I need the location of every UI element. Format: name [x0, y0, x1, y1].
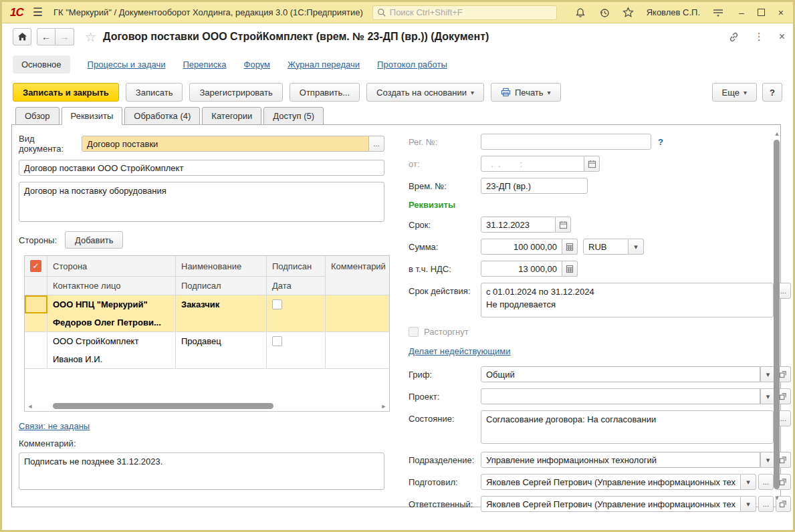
- col-header-signed[interactable]: Подписан: [267, 256, 326, 277]
- add-party-button[interactable]: Добавить: [65, 231, 123, 249]
- stamp-field[interactable]: Общий: [481, 366, 760, 382]
- cell-party[interactable]: ООО СтройКомплект: [47, 332, 176, 350]
- cell-comment[interactable]: [326, 332, 389, 350]
- scroll-right-icon[interactable]: ►: [380, 403, 388, 410]
- vertical-scrollbar-thumb[interactable]: [774, 140, 780, 489]
- invalidates-link[interactable]: Делает недействующими: [409, 346, 510, 356]
- create-from-button[interactable]: Создать на основании ▾: [366, 83, 484, 102]
- doc-name-field[interactable]: Договор поставки ООО СтройКомплект: [19, 160, 384, 176]
- cell-signed[interactable]: [267, 332, 326, 350]
- calendar-icon[interactable]: [556, 217, 571, 233]
- table-empty-area[interactable]: [25, 369, 389, 401]
- history-icon[interactable]: [598, 7, 610, 19]
- favorite-toggle-star-icon[interactable]: ☆: [85, 29, 96, 45]
- temp-number-field[interactable]: 23-ДП (вр.): [481, 178, 588, 194]
- cell-signed[interactable]: [267, 295, 326, 313]
- search-input[interactable]: [390, 7, 552, 17]
- responsible-select-button[interactable]: ...: [758, 496, 774, 512]
- cell-role[interactable]: Продавец: [176, 332, 267, 350]
- calculator-icon[interactable]: [562, 261, 578, 277]
- more-kebab-icon[interactable]: ⋮: [754, 31, 764, 43]
- cell-date[interactable]: [267, 313, 326, 332]
- table-row[interactable]: ООО СтройКомплект Продавец: [25, 332, 389, 350]
- horizontal-scrollbar-thumb[interactable]: [53, 403, 273, 409]
- close-window-button[interactable]: ×: [778, 8, 784, 17]
- currency-dropdown-button[interactable]: ▾: [629, 239, 644, 255]
- prepared-dropdown-button[interactable]: ▾: [741, 474, 756, 490]
- tab-requisites[interactable]: Реквизиты: [62, 107, 123, 125]
- table-row[interactable]: ООО НПЦ "Меркурий" Заказчик: [25, 295, 389, 313]
- vat-field[interactable]: 13 000,00: [481, 261, 562, 277]
- table-settings-icon[interactable]: ✓: [30, 260, 41, 272]
- nav-item-work-protocol[interactable]: Протокол работы: [377, 59, 447, 70]
- tab-processing[interactable]: Обработка (4): [124, 107, 200, 125]
- home-button[interactable]: [13, 28, 31, 45]
- cell-role[interactable]: Заказчик: [176, 295, 267, 313]
- cell-signer[interactable]: [176, 313, 267, 332]
- signed-checkbox[interactable]: [272, 336, 282, 346]
- nav-item-main[interactable]: Основное: [13, 55, 70, 74]
- col-header-contact[interactable]: Контактное лицо: [47, 277, 176, 295]
- tab-categories[interactable]: Категории: [202, 107, 261, 125]
- table-selector-cell[interactable]: ✓: [25, 256, 47, 277]
- cell-party[interactable]: ООО НПЦ "Меркурий": [47, 295, 176, 313]
- minimize-button[interactable]: –: [739, 8, 744, 17]
- responsible-dropdown-button[interactable]: ▾: [741, 496, 756, 512]
- doc-description-field[interactable]: Договор на поставку оборудования: [19, 182, 384, 222]
- scroll-left-icon[interactable]: ◄: [26, 403, 34, 410]
- main-menu-icon[interactable]: ☰: [33, 5, 43, 19]
- nav-item-forum[interactable]: Форум: [244, 59, 271, 70]
- close-form-icon[interactable]: ×: [779, 31, 785, 43]
- reg-number-field[interactable]: [481, 134, 651, 150]
- more-button[interactable]: Еще ▾: [712, 83, 757, 102]
- col-header-signer[interactable]: Подписал: [176, 277, 267, 295]
- table-row[interactable]: Федоров Олег Петрови...: [25, 313, 389, 332]
- cell-comment[interactable]: [326, 313, 389, 332]
- cell-signer[interactable]: [176, 350, 267, 369]
- favorites-star-icon[interactable]: [622, 7, 635, 19]
- col-header-party[interactable]: Сторона: [47, 256, 176, 277]
- tab-overview[interactable]: Обзор: [15, 107, 60, 125]
- amount-field[interactable]: 100 000,00: [481, 239, 562, 255]
- maximize-button[interactable]: [758, 9, 765, 16]
- table-row[interactable]: Иванов И.И.: [25, 350, 389, 369]
- state-field[interactable]: Согласование договора: На согласовании: [481, 410, 774, 444]
- cell-comment[interactable]: [326, 295, 389, 313]
- nav-item-processes[interactable]: Процессы и задачи: [88, 59, 166, 70]
- validity-field[interactable]: с 01.01.2024 по 31.12.2024 Не продлевает…: [481, 283, 774, 317]
- currency-field[interactable]: RUB: [583, 239, 629, 255]
- col-header-comment[interactable]: Комментарий: [326, 256, 389, 277]
- signed-checkbox[interactable]: [272, 299, 282, 309]
- vertical-scrollbar[interactable]: ▲ ▼: [772, 130, 782, 501]
- horizontal-scrollbar[interactable]: ◄ ►: [25, 401, 389, 411]
- doc-kind-field[interactable]: Договор поставки: [82, 136, 369, 152]
- send-button[interactable]: Отправить...: [290, 83, 360, 102]
- col-header-name[interactable]: Наименование: [176, 256, 267, 277]
- cell-contact[interactable]: Иванов И.И.: [47, 350, 176, 369]
- doc-kind-select-button[interactable]: ...: [369, 136, 384, 152]
- responsible-field[interactable]: Яковлев Сергей Петрович (Управление инфо…: [481, 496, 741, 512]
- service-menu-icon[interactable]: [712, 7, 724, 19]
- prepared-field[interactable]: Яковлев Сергей Петрович (Управление инфо…: [481, 474, 741, 490]
- forward-button[interactable]: →: [55, 28, 74, 45]
- calendar-icon[interactable]: [584, 156, 600, 172]
- project-field[interactable]: [481, 388, 760, 404]
- cell-contact[interactable]: Федоров Олег Петрови...: [47, 313, 176, 332]
- cell-comment[interactable]: [326, 350, 389, 369]
- nav-item-correspondence[interactable]: Переписка: [183, 59, 227, 70]
- current-user[interactable]: Яковлев С.П.: [647, 7, 700, 17]
- current-cell[interactable]: [25, 295, 47, 313]
- print-button[interactable]: Печать ▾: [491, 83, 561, 102]
- term-date-field[interactable]: 31.12.2023: [481, 217, 556, 233]
- get-link-icon[interactable]: [728, 31, 740, 43]
- col-header-date[interactable]: Дата: [267, 277, 326, 295]
- relations-link[interactable]: Связи: не заданы: [19, 421, 90, 431]
- back-button[interactable]: ←: [37, 28, 55, 45]
- nav-item-transfer-log[interactable]: Журнал передачи: [288, 59, 360, 70]
- department-field[interactable]: Управление информационных технологий: [481, 452, 760, 468]
- terminated-checkbox[interactable]: [409, 327, 419, 337]
- help-link[interactable]: ?: [658, 137, 663, 147]
- cell-date[interactable]: [267, 350, 326, 369]
- save-button[interactable]: Записать: [126, 83, 183, 102]
- reg-date-field[interactable]: . . :: [481, 156, 584, 172]
